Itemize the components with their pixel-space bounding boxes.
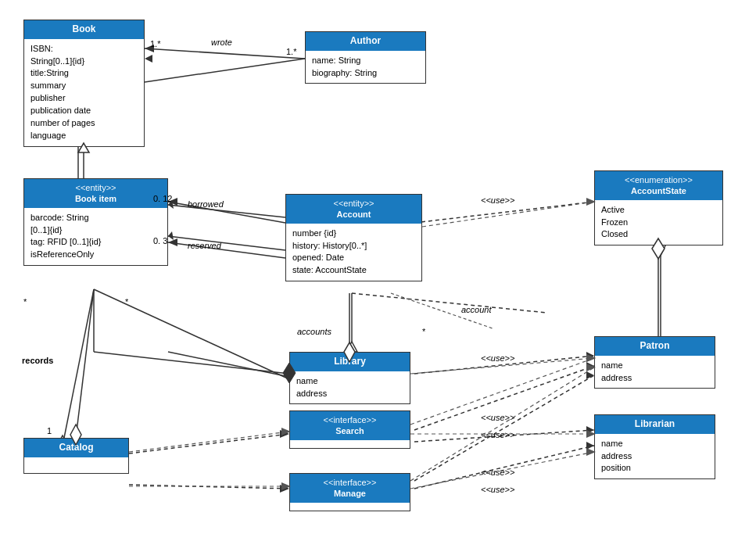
catalog-header: Catalog	[24, 439, 128, 457]
svg-line-51	[76, 289, 94, 438]
svg-line-15	[63, 289, 94, 446]
svg-line-65	[168, 352, 289, 377]
svg-line-25	[414, 375, 594, 481]
svg-marker-5	[168, 238, 177, 246]
svg-line-53	[129, 432, 289, 452]
svg-marker-20	[280, 485, 289, 493]
svg-marker-33	[145, 55, 152, 63]
use-manage-librarian-label: <<use>>	[481, 485, 514, 494]
svg-line-32	[145, 59, 305, 82]
mult-star1: *	[23, 297, 27, 306]
svg-line-50	[94, 352, 289, 374]
author-header: Author	[306, 32, 425, 51]
book-header: Book	[24, 20, 144, 39]
catalog-box: Catalog	[23, 438, 129, 474]
search-box: <<interface>> Search	[289, 410, 410, 449]
search-title: Search	[295, 425, 405, 436]
records-label: records	[22, 356, 53, 365]
use-search-patron-label: <<use>>	[481, 413, 514, 422]
mult-accounts-star: *	[422, 327, 425, 336]
accountstate-stereotype: <<enumeration>>	[600, 174, 718, 185]
svg-line-4	[168, 242, 285, 258]
svg-line-38	[168, 236, 285, 250]
svg-marker-30	[586, 352, 594, 360]
svg-line-61	[410, 367, 594, 481]
library-header: Library	[290, 353, 410, 371]
svg-marker-24	[586, 426, 594, 434]
mult-book-wrote-left: 1.*	[150, 39, 160, 48]
use-patron-label: <<use>>	[481, 353, 514, 363]
uml-diagram: Book ISBN:String[0..1]{id}title:Stringsu…	[0, 0, 756, 534]
account-body: number {id}history: History[0..*]opened:…	[286, 224, 421, 281]
bookitem-header: <<entity>> Book item	[24, 179, 167, 208]
svg-line-14	[94, 289, 289, 379]
search-header: <<interface>> Search	[290, 411, 410, 440]
catalog-body	[24, 457, 128, 473]
svg-line-8	[414, 202, 594, 223]
search-stereotype: <<interface>>	[295, 414, 405, 425]
librarian-header: Librarian	[595, 415, 715, 434]
accounts-label: accounts	[297, 327, 331, 336]
accountstate-header: <<enumeration>> AccountState	[595, 171, 722, 200]
use-manage-patron-label: <<use>>	[481, 468, 514, 477]
svg-line-40	[422, 202, 594, 227]
mult-author-wrote-right: 1.*	[286, 47, 296, 56]
patron-box: Patron nameaddress	[594, 336, 715, 389]
author-body: name: Stringbiography: String	[306, 51, 425, 84]
mult-borrowed: 0. 12	[153, 194, 172, 203]
reserved-label: reserved	[188, 241, 221, 250]
wrote-label: wrote	[211, 38, 232, 47]
book-body: ISBN:String[0..1]{id}title:Stringsummary…	[24, 39, 144, 147]
mult-library-one: 1	[348, 342, 353, 351]
bookitem-stereotype: <<entity>>	[29, 182, 163, 193]
search-body	[290, 440, 410, 448]
manage-body	[290, 503, 410, 511]
manage-stereotype: <<interface>>	[295, 477, 405, 488]
mult-reserved: 0. 3	[153, 236, 167, 245]
manage-title: Manage	[295, 488, 405, 499]
patron-header: Patron	[595, 337, 715, 356]
bookitem-body: barcode: String[0..1]{id}tag: RFID [0..1…	[24, 208, 167, 266]
accountstate-title: AccountState	[600, 185, 718, 196]
svg-line-36	[168, 205, 285, 217]
librarian-body: nameaddressposition	[595, 434, 715, 479]
manage-header: <<interface>> Manage	[290, 474, 410, 503]
svg-marker-26	[586, 371, 594, 379]
svg-marker-39	[168, 231, 174, 240]
svg-line-17	[129, 434, 289, 453]
svg-line-19	[129, 485, 289, 489]
svg-line-0	[145, 48, 305, 59]
manage-box: <<interface>> Manage	[289, 473, 410, 511]
book-box: Book ISBN:String[0..1]{id}title:Stringsu…	[23, 20, 145, 147]
svg-marker-28	[586, 442, 594, 450]
librarian-box: Librarian nameaddressposition	[594, 414, 715, 479]
library-box: Library nameaddress	[289, 352, 410, 404]
mult-one: 1	[47, 426, 52, 435]
borrowed-label: borrowed	[188, 199, 224, 209]
patron-body: nameaddress	[595, 356, 715, 389]
account-header: <<entity>> Account	[286, 195, 421, 224]
accountstate-box: <<enumeration>> AccountState ActiveFroze…	[594, 170, 723, 245]
account-title: Account	[291, 209, 417, 220]
bookitem-title: Book item	[29, 193, 163, 204]
bookitem-box: <<entity>> Book item barcode: String[0..…	[23, 178, 168, 266]
svg-marker-18	[280, 430, 289, 438]
author-box: Author name: Stringbiography: String	[305, 31, 426, 84]
accountstate-body: ActiveFrozenClosed	[595, 200, 722, 245]
account-stereotype: <<entity>>	[291, 198, 417, 209]
account-box: <<entity>> Account number {id}history: H…	[285, 194, 422, 281]
svg-line-2	[168, 202, 285, 223]
library-body: nameaddress	[290, 371, 410, 404]
svg-line-31	[352, 293, 547, 313]
use-accountstate-label: <<use>>	[481, 195, 514, 205]
mult-star2: *	[125, 297, 128, 306]
account-label: account	[461, 305, 492, 314]
svg-marker-22	[586, 362, 594, 370]
use-search-librarian-label: <<use>>	[481, 430, 514, 439]
